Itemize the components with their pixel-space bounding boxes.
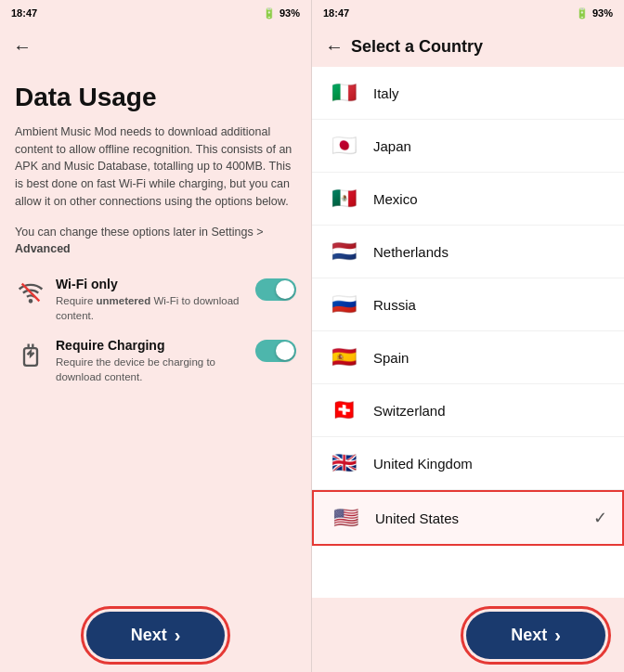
wifi-icon xyxy=(15,277,46,308)
country-item-switzerland[interactable]: 🇨🇭 Switzerland xyxy=(312,384,624,437)
charging-sublabel: Require the device be charging to downlo… xyxy=(56,355,246,384)
right-panel: 18:47 🔋 93% ← Select a Country 🇮🇹 Italy … xyxy=(312,0,624,672)
right-bottom-bar: Next › xyxy=(312,598,624,672)
right-next-chevron: › xyxy=(554,625,561,646)
wifi-label: Wi-Fi only xyxy=(56,277,246,291)
right-header-title: Select a Country xyxy=(351,37,483,57)
right-battery-percent: 93% xyxy=(592,7,613,19)
country-item-netherlands[interactable]: 🇳🇱 Netherlands xyxy=(312,226,624,278)
left-status-icons: 🔋 93% xyxy=(263,7,300,19)
charging-icon xyxy=(15,338,46,369)
right-header: ← Select a Country xyxy=(312,26,624,67)
wifi-switch-thumb xyxy=(276,280,294,299)
right-status-bar: 18:47 🔋 93% xyxy=(312,0,624,26)
right-next-label: Next xyxy=(511,626,547,645)
left-back-button[interactable]: ← xyxy=(13,36,32,58)
flag-russia: 🇷🇺 xyxy=(327,288,360,321)
country-name-uk: United Kingdom xyxy=(373,456,473,472)
country-name-netherlands: Netherlands xyxy=(373,244,448,260)
country-item-japan[interactable]: 🇯🇵 Japan xyxy=(312,120,624,173)
country-item-spain[interactable]: 🇪🇸 Spain xyxy=(312,331,624,384)
country-item-us[interactable]: 🇺🇸 United States ✓ xyxy=(312,490,624,546)
wifi-only-row: Wi-Fi only Require unmetered Wi-Fi to do… xyxy=(15,277,296,323)
svg-point-0 xyxy=(30,300,32,302)
charging-toggle-text: Require Charging Require the device be c… xyxy=(56,338,246,384)
country-name-mexico: Mexico xyxy=(373,191,418,207)
flag-italy: 🇮🇹 xyxy=(327,76,360,110)
left-status-bar: 18:47 🔋 93% xyxy=(0,0,311,26)
flag-netherlands: 🇳🇱 xyxy=(327,235,360,268)
left-time: 18:47 xyxy=(11,7,37,19)
right-back-button[interactable]: ← xyxy=(325,36,344,58)
wifi-sublabel: Require unmetered Wi-Fi to download cont… xyxy=(56,293,246,323)
country-name-russia: Russia xyxy=(373,297,416,313)
charging-switch[interactable] xyxy=(255,340,296,362)
flag-spain: 🇪🇸 xyxy=(327,341,360,374)
data-usage-description: Ambient Music Mod needs to download addi… xyxy=(15,123,296,211)
selected-check-icon: ✓ xyxy=(593,508,607,528)
charging-switch-thumb xyxy=(276,342,294,360)
left-panel: 18:47 🔋 93% ← Data Usage Ambient Music M… xyxy=(0,0,312,672)
charging-label: Require Charging xyxy=(56,338,246,353)
battery-percent: 93% xyxy=(280,7,300,19)
country-name-italy: Italy xyxy=(373,85,399,101)
flag-us: 🇺🇸 xyxy=(329,501,362,535)
left-next-button[interactable]: Next › xyxy=(86,612,226,659)
country-name-switzerland: Switzerland xyxy=(373,403,446,419)
country-item-italy[interactable]: 🇮🇹 Italy xyxy=(312,67,624,120)
charging-row: Require Charging Require the device be c… xyxy=(15,338,296,384)
flag-japan: 🇯🇵 xyxy=(327,129,360,162)
settings-note: You can change these options later in Se… xyxy=(15,224,296,259)
left-content: Data Usage Ambient Music Mod needs to do… xyxy=(0,67,311,598)
country-item-mexico[interactable]: 🇲🇽 Mexico xyxy=(312,173,624,226)
right-status-icons: 🔋 93% xyxy=(576,7,613,19)
left-bottom-bar: Next › xyxy=(0,598,311,672)
country-list: 🇮🇹 Italy 🇯🇵 Japan 🇲🇽 Mexico 🇳🇱 Netherlan… xyxy=(312,67,624,598)
left-next-chevron: › xyxy=(175,625,181,646)
right-next-button[interactable]: Next › xyxy=(466,612,605,659)
wifi-toggle-switch[interactable] xyxy=(255,278,296,301)
wifi-switch[interactable] xyxy=(255,278,296,301)
country-name-japan: Japan xyxy=(373,138,411,154)
flag-uk: 🇬🇧 xyxy=(327,446,360,480)
charging-toggle-switch[interactable] xyxy=(255,340,296,362)
country-item-russia[interactable]: 🇷🇺 Russia xyxy=(312,278,624,331)
left-next-label: Next xyxy=(131,626,167,645)
flag-switzerland: 🇨🇭 xyxy=(327,394,360,427)
battery-icon: 🔋 xyxy=(263,7,276,19)
right-battery-icon: 🔋 xyxy=(576,7,589,19)
country-name-us: United States xyxy=(375,510,459,526)
left-header: ← xyxy=(0,26,311,67)
wifi-toggle-text: Wi-Fi only Require unmetered Wi-Fi to do… xyxy=(56,277,246,323)
flag-mexico: 🇲🇽 xyxy=(327,182,360,215)
country-item-uk[interactable]: 🇬🇧 United Kingdom xyxy=(312,437,624,490)
country-name-spain: Spain xyxy=(373,350,409,366)
page-title: Data Usage xyxy=(15,84,296,112)
right-time: 18:47 xyxy=(323,7,349,19)
